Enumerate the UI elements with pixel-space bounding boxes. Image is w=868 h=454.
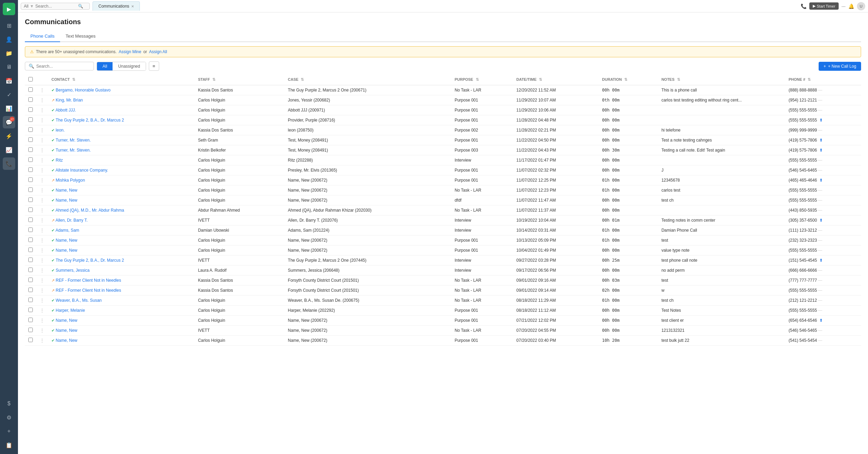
sidebar-item-billing[interactable]: $ — [3, 397, 15, 410]
contact-link[interactable]: The Guy Purple 2, B.A., Dr. Marcus 2 — [56, 118, 124, 123]
filter-all-button[interactable]: All — [97, 62, 113, 70]
row-checkbox-cell[interactable] — [25, 165, 36, 175]
row-menu-icon[interactable]: ⋮ — [40, 268, 45, 273]
th-datetime[interactable]: DATE/TIME ⇅ — [513, 74, 599, 85]
row-menu-icon[interactable]: ⋮ — [40, 228, 45, 233]
upload-icon[interactable]: ⬆ — [819, 258, 823, 263]
contact-link[interactable]: Name, New — [56, 238, 77, 243]
row-checkbox-cell[interactable] — [25, 245, 36, 255]
row-checkbox-9[interactable] — [28, 177, 33, 182]
sidebar-item-analytics[interactable]: 📈 — [3, 144, 15, 156]
contact-link[interactable]: Allen, Dr. Barry T. — [56, 218, 88, 223]
row-checkbox-cell[interactable] — [25, 286, 36, 296]
row-checkbox-1[interactable] — [28, 97, 33, 102]
row-menu-icon[interactable]: ⋮ — [40, 338, 45, 343]
filter-unassigned-button[interactable]: Unassigned — [113, 62, 145, 70]
th-staff[interactable]: STAFF ⇅ — [194, 74, 284, 85]
row-checkbox-20[interactable] — [28, 288, 33, 292]
contact-link[interactable]: Summers, Jessica — [56, 268, 89, 273]
row-menu-cell[interactable]: ⋮ — [36, 115, 48, 125]
contact-link[interactable]: Name, New — [56, 338, 77, 343]
phone-icon[interactable]: 📞 — [801, 3, 807, 9]
notifications-icon[interactable]: 🔔 — [848, 3, 854, 9]
row-checkbox-23[interactable] — [28, 318, 33, 322]
row-checkbox-cell[interactable] — [25, 85, 36, 95]
row-menu-icon[interactable]: ⋮ — [40, 288, 45, 293]
contact-link[interactable]: leon. — [56, 128, 65, 133]
upload-icon[interactable]: ⬆ — [819, 318, 823, 323]
start-timer-button[interactable]: ▶ Start Timer — [809, 2, 839, 10]
row-checkbox-10[interactable] — [28, 187, 33, 192]
row-menu-cell[interactable]: ⋮ — [36, 245, 48, 255]
row-checkbox-cell[interactable] — [25, 225, 36, 235]
row-checkbox-3[interactable] — [28, 117, 33, 122]
contact-link[interactable]: Turner, Mr. Steven. — [56, 148, 91, 153]
contact-link[interactable]: REF - Former Client Not in Needles — [56, 288, 121, 293]
row-menu-icon[interactable]: ⋮ — [40, 167, 45, 173]
th-purpose[interactable]: PURPOSE ⇅ — [451, 74, 513, 85]
row-menu-cell[interactable]: ⋮ — [36, 95, 48, 105]
contact-link[interactable]: Adams, Sam — [56, 228, 79, 233]
row-checkbox-16[interactable] — [28, 248, 33, 252]
upload-icon[interactable]: ⬆ — [819, 178, 823, 183]
sidebar-logo[interactable]: ▶ — [3, 3, 15, 15]
contact-link[interactable]: REF - Former Client Not in Needles — [56, 278, 121, 283]
sidebar-item-calls[interactable]: 📞 — [3, 157, 15, 170]
row-menu-cell[interactable]: ⋮ — [36, 125, 48, 135]
upload-icon[interactable]: ⬆ — [819, 218, 823, 223]
sidebar-item-docs[interactable]: 📋 — [3, 439, 15, 451]
th-phone[interactable]: PHONE # ⇅ — [785, 74, 861, 85]
upload-icon[interactable]: ⬆ — [819, 148, 823, 153]
row-menu-icon[interactable]: ⋮ — [40, 308, 45, 313]
new-call-log-button[interactable]: + + New Call Log — [819, 62, 861, 71]
contact-link[interactable]: Name, New — [56, 328, 77, 333]
row-menu-cell[interactable]: ⋮ — [36, 85, 48, 95]
row-checkbox-5[interactable] — [28, 137, 33, 142]
row-checkbox-2[interactable] — [28, 107, 33, 112]
contact-link[interactable]: Turner, Mr. Steven. — [56, 138, 91, 143]
contact-link[interactable]: Mishka Polygon — [56, 178, 85, 183]
row-checkbox-17[interactable] — [28, 258, 33, 262]
sidebar-item-flash[interactable]: ⚡ — [3, 130, 15, 142]
row-menu-icon[interactable]: ⋮ — [40, 318, 45, 323]
row-checkbox-cell[interactable] — [25, 296, 36, 306]
row-menu-cell[interactable]: ⋮ — [36, 135, 48, 145]
sidebar-item-tasks[interactable]: ✓ — [3, 88, 15, 101]
row-checkbox-cell[interactable] — [25, 145, 36, 155]
row-menu-cell[interactable]: ⋮ — [36, 225, 48, 235]
row-menu-icon[interactable]: ⋮ — [40, 127, 45, 133]
row-menu-icon[interactable]: ⋮ — [40, 107, 45, 113]
row-menu-icon[interactable]: ⋮ — [40, 278, 45, 283]
th-select-all[interactable] — [25, 74, 36, 85]
row-checkbox-25[interactable] — [28, 338, 33, 342]
sidebar-item-contacts[interactable]: 👤 — [3, 33, 15, 46]
row-menu-cell[interactable]: ⋮ — [36, 286, 48, 296]
row-checkbox-12[interactable] — [28, 207, 33, 212]
row-checkbox-8[interactable] — [28, 167, 33, 172]
th-case[interactable]: CASE ⇅ — [284, 74, 451, 85]
contact-link[interactable]: The Guy Purple 2, B.A., Dr. Marcus 2 — [56, 258, 124, 263]
row-checkbox-cell[interactable] — [25, 185, 36, 195]
row-checkbox-cell[interactable] — [25, 175, 36, 185]
row-checkbox-4[interactable] — [28, 127, 33, 132]
contact-link[interactable]: Name, New — [56, 248, 77, 253]
th-contact[interactable]: CONTACT ⇅ — [48, 74, 194, 85]
tab-text-messages[interactable]: Text Messages — [60, 31, 101, 42]
row-menu-cell[interactable]: ⋮ — [36, 306, 48, 316]
row-checkbox-cell[interactable] — [25, 205, 36, 215]
row-menu-icon[interactable]: ⋮ — [40, 328, 45, 333]
row-checkbox-21[interactable] — [28, 298, 33, 302]
contact-link[interactable]: Bergamo, Honorable Gustavo — [56, 88, 110, 93]
contact-link[interactable]: Name, New — [56, 188, 77, 193]
row-menu-icon[interactable]: ⋮ — [40, 218, 45, 223]
tab-communications[interactable]: Communications ✕ — [93, 1, 140, 11]
contact-link[interactable]: Ahmed (QA), M.D., Mr. Abdur Rahma — [56, 208, 124, 213]
row-menu-cell[interactable]: ⋮ — [36, 185, 48, 195]
contact-link[interactable]: Abbott JJJ. — [56, 108, 76, 113]
row-menu-icon[interactable]: ⋮ — [40, 207, 45, 213]
row-menu-cell[interactable]: ⋮ — [36, 205, 48, 215]
tab-phone-calls[interactable]: Phone Calls — [25, 31, 60, 42]
row-checkbox-cell[interactable] — [25, 135, 36, 145]
row-menu-cell[interactable]: ⋮ — [36, 276, 48, 286]
row-menu-icon[interactable]: ⋮ — [40, 177, 45, 183]
